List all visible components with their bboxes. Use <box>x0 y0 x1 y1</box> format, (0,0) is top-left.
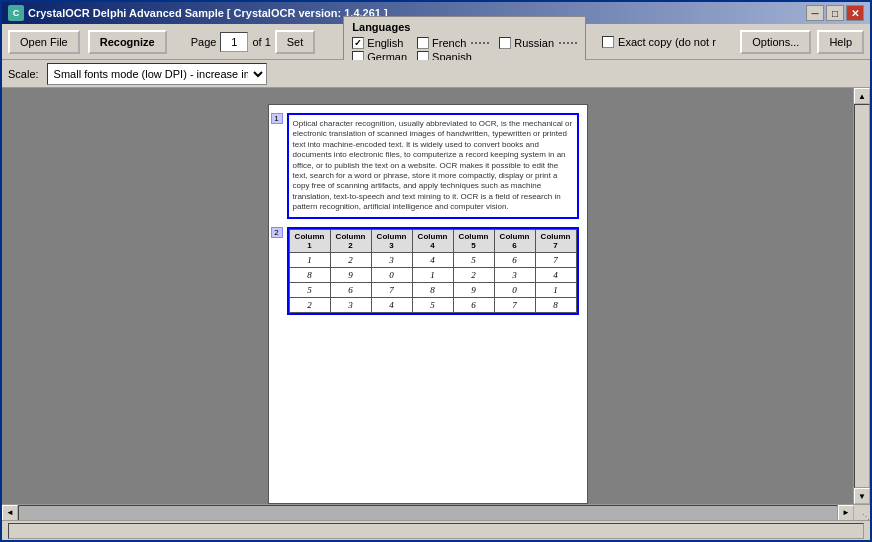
main-area: 1 Optical character recognition, usually… <box>2 88 870 504</box>
ocr-text-block: Optical character recognition, usually a… <box>287 113 579 219</box>
resize-corner: ⋱ <box>854 505 870 521</box>
cell: 7 <box>494 297 535 312</box>
col-header-4: Column 4 <box>412 229 453 252</box>
open-file-button[interactable]: Open File <box>8 30 80 54</box>
col-header-7: Column 7 <box>535 229 576 252</box>
cell: 7 <box>535 252 576 267</box>
scale-toolbar: Scale: Small fonts mode (low DPI) - incr… <box>2 60 870 88</box>
cell: 4 <box>412 252 453 267</box>
table-row: 2 3 4 5 6 7 8 <box>289 297 576 312</box>
russian-checkbox[interactable] <box>499 37 511 49</box>
row-indicator-2: 2 <box>271 227 283 238</box>
lang-russian: Russian <box>499 37 577 49</box>
data-table: Column 1 Column 2 Column 3 Column 4 Colu… <box>289 229 577 313</box>
cell: 5 <box>453 252 494 267</box>
cell: 4 <box>535 267 576 282</box>
cell: 8 <box>535 297 576 312</box>
cell: 1 <box>535 282 576 297</box>
table-row: 8 9 0 1 2 3 4 <box>289 267 576 282</box>
english-checkbox[interactable] <box>352 37 364 49</box>
col-header-1: Column 1 <box>289 229 330 252</box>
cell: 8 <box>289 267 330 282</box>
scale-label: Scale: <box>8 68 39 80</box>
french-label: French <box>432 37 466 49</box>
cell: 4 <box>371 297 412 312</box>
cell: 8 <box>412 282 453 297</box>
cell: 2 <box>289 297 330 312</box>
maximize-button[interactable]: □ <box>826 5 844 21</box>
scroll-down-arrow[interactable]: ▼ <box>854 488 870 504</box>
cell: 2 <box>330 252 371 267</box>
page-label: Page <box>191 36 217 48</box>
row-indicator-1: 1 <box>271 113 283 124</box>
cell: 0 <box>494 282 535 297</box>
cell: 6 <box>330 282 371 297</box>
vertical-scrollbar-track[interactable] <box>854 104 870 488</box>
horizontal-scrollbar-track[interactable] <box>18 505 838 521</box>
lang-french: French <box>417 37 489 49</box>
ocr-table-block: Column 1 Column 2 Column 3 Column 4 Colu… <box>287 227 579 315</box>
cell: 3 <box>371 252 412 267</box>
status-text <box>8 523 864 539</box>
title-bar-buttons: ─ □ ✕ <box>806 5 864 21</box>
table-row: 5 6 7 8 9 0 1 <box>289 282 576 297</box>
exact-copy-checkbox[interactable] <box>602 36 614 48</box>
cell: 1 <box>289 252 330 267</box>
window-title: CrystalOCR Delphi Advanced Sample [ Crys… <box>28 7 388 19</box>
cell: 9 <box>453 282 494 297</box>
col-header-3: Column 3 <box>371 229 412 252</box>
cell: 7 <box>371 282 412 297</box>
cell: 1 <box>412 267 453 282</box>
set-button[interactable]: Set <box>275 30 316 54</box>
options-button[interactable]: Options... <box>740 30 811 54</box>
russian-label: Russian <box>514 37 554 49</box>
scroll-right-arrow[interactable]: ► <box>838 505 854 521</box>
exact-copy-area: Exact copy (do not r <box>602 36 716 48</box>
page-input[interactable] <box>220 32 248 52</box>
recognize-button[interactable]: Recognize <box>88 30 167 54</box>
right-scrollbar-panel: ▲ ▼ <box>854 88 870 504</box>
scroll-up-arrow[interactable]: ▲ <box>854 88 870 104</box>
cell: 2 <box>453 267 494 282</box>
cell: 5 <box>289 282 330 297</box>
horizontal-scrollbar: ◄ ► ⋱ <box>2 504 870 520</box>
lang-grid: English French Russian German <box>352 37 577 63</box>
french-checkbox[interactable] <box>417 37 429 49</box>
status-bar <box>2 520 870 540</box>
app-icon: C <box>8 5 24 21</box>
cell: 3 <box>330 297 371 312</box>
col-header-6: Column 6 <box>494 229 535 252</box>
cell: 9 <box>330 267 371 282</box>
close-button[interactable]: ✕ <box>846 5 864 21</box>
table-header-row: Column 1 Column 2 Column 3 Column 4 Colu… <box>289 229 576 252</box>
page-controls: Page of 1 Set <box>191 30 316 54</box>
minimize-button[interactable]: ─ <box>806 5 824 21</box>
cell: 3 <box>494 267 535 282</box>
of-label: of 1 <box>252 36 270 48</box>
toolbar: Open File Recognize Page of 1 Set Langua… <box>2 24 870 60</box>
col-header-2: Column 2 <box>330 229 371 252</box>
title-bar-left: C CrystalOCR Delphi Advanced Sample [ Cr… <box>8 5 388 21</box>
table-body: 1 2 3 4 5 6 7 8 9 0 <box>289 252 576 312</box>
lang-english: English <box>352 37 407 49</box>
french-indicator <box>471 42 489 44</box>
help-button[interactable]: Help <box>817 30 864 54</box>
cell: 6 <box>494 252 535 267</box>
ocr-text: Optical character recognition, usually a… <box>293 119 573 211</box>
english-label: English <box>367 37 403 49</box>
exact-copy-label: Exact copy (do not r <box>618 36 716 48</box>
cell: 6 <box>453 297 494 312</box>
scale-select[interactable]: Small fonts mode (low DPI) - increase im… <box>47 63 267 85</box>
document-content: 1 Optical character recognition, usually… <box>268 104 588 504</box>
russian-indicator <box>559 42 577 44</box>
languages-title: Languages <box>352 21 577 33</box>
cell: 0 <box>371 267 412 282</box>
scroll-left-arrow[interactable]: ◄ <box>2 505 18 521</box>
col-header-5: Column 5 <box>453 229 494 252</box>
main-window: C CrystalOCR Delphi Advanced Sample [ Cr… <box>0 0 872 542</box>
table-row: 1 2 3 4 5 6 7 <box>289 252 576 267</box>
document-pane[interactable]: 1 Optical character recognition, usually… <box>2 88 854 504</box>
cell: 5 <box>412 297 453 312</box>
